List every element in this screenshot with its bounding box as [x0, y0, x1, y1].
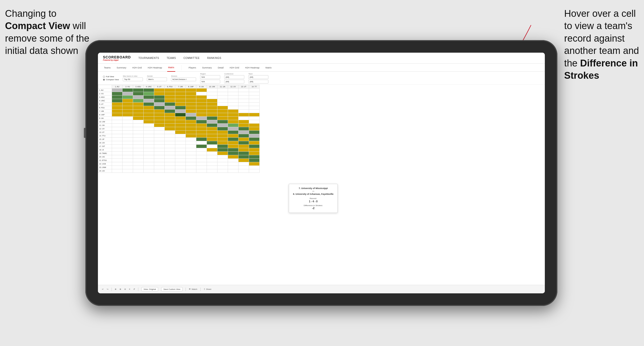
matrix-cell[interactable]	[207, 148, 217, 152]
matrix-cell[interactable]	[249, 138, 260, 141]
matrix-cell[interactable]	[217, 99, 228, 103]
matrix-cell[interactable]	[249, 103, 260, 106]
matrix-cell[interactable]	[133, 169, 144, 173]
matrix-cell[interactable]	[249, 148, 260, 152]
toolbar-watch[interactable]: 👁 Watch	[189, 288, 197, 290]
matrix-cell[interactable]	[123, 145, 133, 148]
team-select2[interactable]: (All)	[248, 80, 268, 83]
view-original-btn[interactable]: View: Original	[141, 287, 158, 291]
matrix-cell[interactable]	[239, 127, 249, 131]
matrix-cell[interactable]	[249, 92, 260, 96]
matrix-cell[interactable]	[217, 106, 228, 110]
matrix-cell[interactable]	[186, 141, 196, 145]
matrix-cell[interactable]	[112, 127, 123, 131]
matrix-cell[interactable]	[123, 110, 133, 113]
matrix-cell[interactable]	[249, 141, 260, 145]
matrix-cell[interactable]	[154, 166, 165, 169]
subnav-teams[interactable]: Teams	[103, 64, 112, 72]
matrix-cell[interactable]	[217, 131, 228, 134]
matrix-cell[interactable]	[186, 169, 196, 173]
matrix-cell[interactable]	[112, 138, 123, 141]
matrix-cell[interactable]	[154, 113, 165, 117]
matrix-cell[interactable]	[249, 131, 260, 134]
matrix-cell[interactable]	[249, 155, 260, 159]
matrix-cell[interactable]	[165, 148, 175, 152]
matrix-cell[interactable]	[165, 145, 175, 148]
matrix-cell[interactable]	[133, 110, 144, 113]
matrix-cell[interactable]	[133, 138, 144, 141]
matrix-cell[interactable]	[207, 166, 217, 169]
matrix-cell[interactable]	[186, 96, 196, 99]
matrix-cell[interactable]	[207, 92, 217, 96]
matrix-cell[interactable]	[196, 152, 207, 155]
matrix-cell[interactable]	[123, 99, 133, 103]
matrix-cell[interactable]	[133, 162, 144, 166]
matrix-cell[interactable]	[196, 155, 207, 159]
matrix-cell[interactable]	[175, 155, 186, 159]
matrix-cell[interactable]	[165, 89, 175, 92]
matrix-cell[interactable]	[175, 141, 186, 145]
matrix-cell[interactable]	[175, 159, 186, 162]
matrix-cell[interactable]	[175, 103, 186, 106]
matrix-cell[interactable]	[217, 145, 228, 148]
matrix-cell[interactable]	[133, 166, 144, 169]
matrix-cell[interactable]	[175, 138, 186, 141]
subnav-players-matrix[interactable]: Matrix	[264, 64, 273, 72]
matrix-cell[interactable]	[123, 127, 133, 131]
matrix-cell[interactable]	[133, 152, 144, 155]
matrix-cell[interactable]	[112, 134, 123, 138]
matrix-cell[interactable]	[207, 169, 217, 173]
matrix-cell[interactable]	[196, 159, 207, 162]
matrix-cell[interactable]	[207, 120, 217, 124]
matrix-cell[interactable]	[175, 166, 186, 169]
matrix-cell[interactable]	[133, 124, 144, 127]
subnav-summary[interactable]: Summary	[116, 64, 128, 72]
matrix-cell[interactable]	[154, 120, 165, 124]
matrix-cell[interactable]	[249, 113, 260, 117]
matrix-cell[interactable]	[217, 141, 228, 145]
matrix-cell[interactable]	[228, 138, 239, 141]
matrix-cell[interactable]	[186, 166, 196, 169]
matrix-cell[interactable]	[123, 92, 133, 96]
matrix-cell[interactable]	[249, 159, 260, 162]
matrix-cell[interactable]	[165, 106, 175, 110]
matrix-cell[interactable]	[144, 148, 154, 152]
matrix-cell[interactable]	[112, 145, 123, 148]
matrix-cell[interactable]	[133, 134, 144, 138]
matrix-cell[interactable]	[217, 117, 228, 120]
matrix-cell[interactable]	[123, 138, 133, 141]
matrix-cell[interactable]	[123, 120, 133, 124]
matrix-cell[interactable]	[154, 145, 165, 148]
matrix-cell[interactable]	[144, 127, 154, 131]
matrix-cell[interactable]	[228, 134, 239, 138]
matrix-cell[interactable]	[239, 110, 249, 113]
matrix-cell[interactable]	[207, 96, 217, 99]
nav-tournaments[interactable]: TOURNAMENTS	[138, 57, 159, 59]
matrix-cell[interactable]	[144, 145, 154, 148]
matrix-cell[interactable]	[228, 162, 239, 166]
matrix-cell[interactable]	[165, 110, 175, 113]
matrix-cell[interactable]	[133, 120, 144, 124]
matrix-cell[interactable]	[175, 113, 186, 117]
matrix-cell[interactable]	[175, 117, 186, 120]
matrix-cell[interactable]	[112, 155, 123, 159]
matrix-cell[interactable]	[196, 99, 207, 103]
matrix-cell[interactable]	[217, 169, 228, 173]
matrix-cell[interactable]	[239, 145, 249, 148]
matrix-cell[interactable]	[239, 134, 249, 138]
matrix-cell[interactable]	[217, 127, 228, 131]
matrix-cell[interactable]	[207, 99, 217, 103]
matrix-cell[interactable]	[196, 148, 207, 152]
subnav-players-h2h-heatmap[interactable]: H2H Heatmap	[244, 64, 260, 72]
matrix-cell[interactable]	[186, 134, 196, 138]
matrix-cell[interactable]	[175, 134, 186, 138]
matrix-cell[interactable]	[207, 152, 217, 155]
matrix-cell[interactable]	[112, 103, 123, 106]
matrix-cell[interactable]	[239, 162, 249, 166]
matrix-cell[interactable]	[154, 155, 165, 159]
matrix-cell[interactable]	[186, 127, 196, 131]
matrix-cell[interactable]	[133, 127, 144, 131]
matrix-cell[interactable]	[186, 113, 196, 117]
matrix-cell[interactable]	[154, 99, 165, 103]
matrix-cell[interactable]	[144, 106, 154, 110]
